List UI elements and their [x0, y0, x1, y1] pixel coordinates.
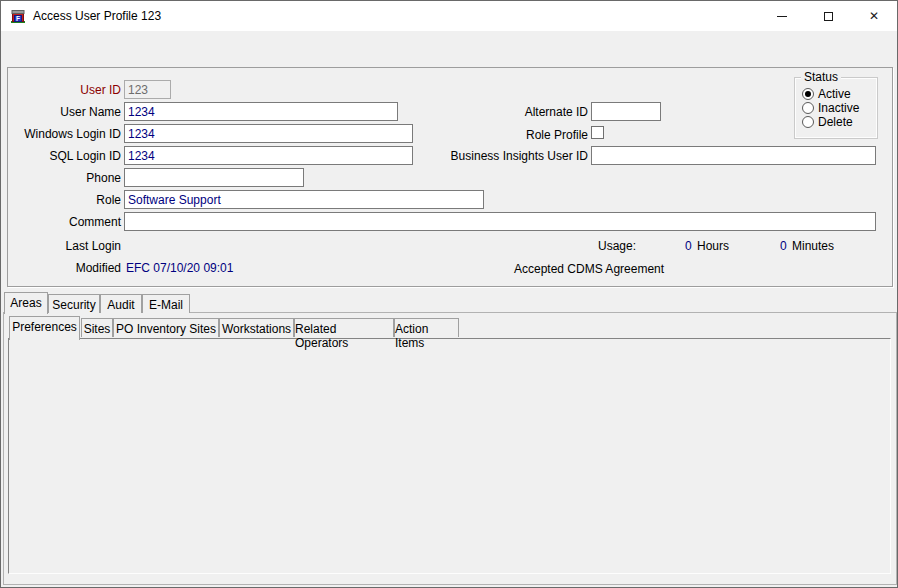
accepted-cdms-agreement-label: Accepted CDMS Agreement — [514, 262, 664, 276]
usage-minutes-unit: Minutes — [792, 239, 834, 253]
preferences-tab-page — [8, 338, 891, 574]
tab-areas[interactable]: Areas — [4, 292, 48, 314]
user-id-label: User ID — [11, 83, 121, 97]
window-title: Access User Profile 123 — [33, 9, 161, 23]
user-id-field — [124, 80, 171, 99]
status-group: Status Active Inactive Delete — [794, 77, 878, 139]
window: F Access User Profile 123 ✕ Save Cancel … — [0, 0, 898, 588]
windows-login-id-label: Windows Login ID — [11, 127, 121, 141]
app-icon: F — [10, 8, 26, 24]
close-icon[interactable]: ✕ — [851, 1, 897, 31]
sql-login-id-field[interactable] — [124, 146, 413, 165]
tab-sites[interactable]: Sites — [81, 318, 113, 337]
usage-hours-value: 0 — [685, 239, 692, 253]
role-field[interactable] — [124, 190, 484, 209]
toolbar: Save Cancel Add Copy Help Close — [2, 31, 898, 65]
usage-minutes-value: 0 — [780, 239, 787, 253]
status-radio-inactive[interactable]: Inactive — [802, 101, 859, 115]
tab-action-items[interactable]: Action Items — [394, 318, 459, 337]
business-insights-user-id-field[interactable] — [591, 146, 876, 165]
modified-label: Modified — [11, 261, 121, 275]
status-group-label: Status — [801, 70, 841, 84]
tab-email[interactable]: E-Mail — [142, 294, 190, 313]
status-radio-active[interactable]: Active — [802, 87, 851, 101]
user-name-field[interactable] — [124, 102, 398, 121]
role-profile-label: Role Profile — [448, 128, 588, 142]
tab-po-inventory-sites[interactable]: PO Inventory Sites — [113, 318, 219, 337]
usage-label: Usage: — [598, 239, 638, 253]
svg-text:F: F — [16, 15, 20, 22]
usage-hours-unit: Hours — [697, 239, 729, 253]
radio-label: Delete — [818, 115, 853, 129]
maximize-icon[interactable] — [805, 1, 851, 31]
tab-workstations[interactable]: Workstations — [219, 318, 294, 337]
phone-field[interactable] — [124, 168, 304, 187]
alternate-id-field[interactable] — [591, 102, 661, 121]
radio-icon — [802, 116, 814, 128]
radio-icon — [802, 88, 814, 100]
comment-field[interactable] — [124, 212, 876, 231]
windows-login-id-field[interactable] — [124, 124, 413, 143]
radio-icon — [802, 102, 814, 114]
radio-label: Active — [818, 87, 851, 101]
role-profile-checkbox[interactable] — [591, 126, 604, 139]
tab-security[interactable]: Security — [48, 294, 100, 313]
window-controls: ✕ — [759, 1, 897, 31]
title-bar: F Access User Profile 123 ✕ — [1, 1, 897, 31]
modified-value: EFC 07/10/20 09:01 — [126, 261, 233, 275]
alternate-id-label: Alternate ID — [448, 105, 588, 119]
last-login-label: Last Login — [11, 239, 121, 253]
minimize-icon[interactable] — [759, 1, 805, 31]
tab-related-operators[interactable]: Related Operators — [294, 318, 394, 337]
tab-preferences[interactable]: Preferences — [9, 316, 80, 340]
tab-audit[interactable]: Audit — [100, 294, 142, 313]
role-label: Role — [11, 193, 121, 207]
phone-label: Phone — [11, 171, 121, 185]
user-name-label: User Name — [11, 105, 121, 119]
comment-label: Comment — [11, 215, 121, 229]
radio-label: Inactive — [818, 101, 859, 115]
sql-login-id-label: SQL Login ID — [11, 149, 121, 163]
status-radio-delete[interactable]: Delete — [802, 115, 853, 129]
business-insights-user-id-label: Business Insights User ID — [418, 149, 588, 163]
